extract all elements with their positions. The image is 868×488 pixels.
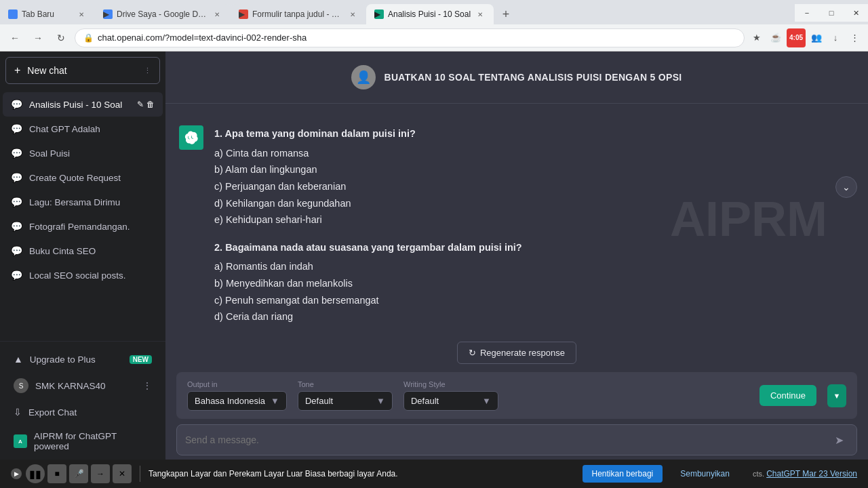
chat-messages: AIPRM 1. Apa tema yang dominan dalam pui… (165, 104, 868, 333)
msg-option-2a: a) Romantis dan indah (214, 258, 854, 275)
chat-header-title: BUATKAN 10 SOAL TENTANG ANALISIS PUISI D… (384, 72, 682, 83)
upgrade-label: Upgrade to Plus (30, 354, 96, 365)
extensions-icon[interactable]: ☕ (768, 30, 784, 46)
browser-chrome: Tab Baru ✕ ▶ Drive Saya - Google Drive ✕… (0, 0, 868, 52)
hide-button[interactable]: Sembunyikan (671, 465, 739, 483)
sidebar-item-export[interactable]: ⇩ Export Chat (5, 400, 160, 424)
send-button[interactable]: ➤ (829, 430, 848, 449)
output-value: Bahasa Indonesia (195, 396, 265, 406)
ai-avatar-1 (179, 125, 203, 150)
address-input[interactable]: 🔒 chat.openai.com/?model=text-davinci-00… (75, 28, 745, 47)
sidebar-item-smk[interactable]: S SMK KARNAS40 ⋮ (5, 371, 160, 400)
regen-row: ↻ Regenerate response (176, 342, 857, 364)
sidebar-item-lagu[interactable]: 💬 Lagu: Bersama Dirimu (3, 190, 163, 214)
tone-value: Default (305, 396, 333, 406)
tab-title-1: Tab Baru (22, 9, 72, 19)
continue-button[interactable]: Continue (760, 385, 816, 406)
chat-icon-chatgpt: 💬 (11, 123, 22, 134)
writing-value: Default (411, 396, 439, 406)
download-icon[interactable]: ↓ (827, 30, 844, 46)
menu-icon[interactable]: ⋮ (846, 30, 863, 46)
regenerate-button[interactable]: ↻ Regenerate response (457, 342, 576, 364)
thumbsup-button[interactable]: 👍 (812, 125, 831, 144)
regen-label: Regenerate response (480, 348, 565, 358)
tone-label: Tone (298, 380, 393, 388)
sidebar-item-upgrade[interactable]: ▲ Upgrade to Plus NEW (5, 347, 160, 371)
address-bar-row: ← → ↻ 🔒 chat.openai.com/?model=text-davi… (0, 24, 868, 52)
notif-extra-text: cts. (753, 470, 764, 478)
writing-select[interactable]: Default ▼ (403, 391, 498, 411)
sidebar-item-label-quote: Create Quote Request (29, 173, 121, 183)
tab-close-1[interactable]: ✕ (76, 9, 87, 20)
extension-aiprm[interactable]: 4:05 (787, 28, 806, 47)
record-indicator: ▶ (11, 468, 22, 479)
minimize-button[interactable]: − (795, 4, 819, 22)
tab-close-4[interactable]: ✕ (475, 9, 486, 20)
new-chat-label: New chat (27, 65, 66, 76)
browser-tab-1[interactable]: Tab Baru ✕ (0, 4, 95, 24)
copy-button[interactable]: 📋 (789, 125, 808, 144)
tab-icon-1 (8, 9, 18, 19)
chat-input[interactable] (185, 434, 829, 445)
browser-tab-3[interactable]: ▶ Formulir tanpa judul - Google Fo... ✕ (231, 4, 366, 24)
tab-icon-3: ▶ (239, 9, 248, 19)
notif-stop-button[interactable]: ■ (47, 464, 66, 483)
msg-num-1: 1. (214, 128, 225, 139)
sidebar-item-chatgpt[interactable]: 💬 Chat GPT Adalah (3, 117, 163, 141)
output-select[interactable]: Bahasa Indonesia ▼ (187, 391, 287, 411)
sidebar-item-label-foto: Fotografi Pemandangan. (29, 222, 130, 232)
message-row-1: 1. Apa tema yang dominan dalam puisi ini… (165, 115, 868, 333)
account-icon[interactable]: 👥 (808, 30, 825, 46)
new-chat-button[interactable]: + New chat ⋮ (5, 57, 160, 84)
user-avatar: 👤 (351, 65, 376, 89)
tone-select[interactable]: Default ▼ (298, 391, 393, 411)
msg-q-text-2: Bagaimana nada atau suasana yang tergamb… (225, 242, 522, 253)
sidebar-item-analisis[interactable]: 💬 Analisis Puisi - 10 Soal ✎ 🗑 (3, 92, 163, 117)
msg-option-2c: c) Penuh semangat dan bersemangat (214, 292, 854, 309)
stop-sharing-button[interactable]: Hentikan berbagi (583, 465, 663, 483)
notif-mic-button[interactable]: 🎤 (69, 464, 88, 483)
user-icon-smk: S (14, 378, 28, 393)
writing-label: Writing Style (403, 380, 498, 388)
sidebar-item-buku[interactable]: 💬 Buku Cinta SEO (3, 239, 163, 263)
notif-pause-button[interactable]: ▮▮ (26, 464, 45, 483)
browser-tab-4[interactable]: ▶ Analisis Puisi - 10 Soal ✕ (366, 4, 494, 24)
sidebar-nav: 💬 Analisis Puisi - 10 Soal ✎ 🗑 💬 Chat GP… (0, 89, 165, 341)
chat-header: 👤 BUATKAN 10 SOAL TENTANG ANALISIS PUISI… (165, 52, 868, 104)
chat-icon-soal: 💬 (11, 148, 22, 159)
notif-arrow-button[interactable]: → (91, 464, 110, 483)
chatgpt-version-link[interactable]: ChatGPT Mar 23 Version (766, 469, 857, 479)
edit-icon-analisis[interactable]: ✎ (137, 100, 144, 109)
msg-content-1: 1. Apa tema yang dominan dalam puisi ini… (214, 125, 854, 325)
sidebar-bottom: ▲ Upgrade to Plus NEW S SMK KARNAS40 ⋮ ⇩… (0, 341, 165, 464)
forward-button[interactable]: → (28, 28, 47, 47)
sidebar-item-seo[interactable]: 💬 Local SEO social posts. (3, 263, 163, 287)
export-icon: ⇩ (14, 407, 22, 418)
tab-close-2[interactable]: ✕ (212, 9, 222, 20)
thumbsdown-button[interactable]: 👎 (835, 125, 854, 144)
notif-controls: ▮▮ ■ 🎤 → ✕ (26, 464, 132, 483)
new-tab-button[interactable]: + (496, 5, 515, 24)
scroll-down-button[interactable]: ⌄ (835, 176, 857, 198)
tab-close-3[interactable]: ✕ (347, 9, 358, 20)
notif-close-button[interactable]: ✕ (113, 464, 132, 483)
refresh-button[interactable]: ↻ (52, 28, 71, 47)
chat-icon-seo: 💬 (11, 270, 22, 281)
bookmark-icon[interactable]: ★ (749, 30, 765, 46)
close-button[interactable]: ✕ (844, 4, 868, 22)
sidebar-item-foto[interactable]: 💬 Fotografi Pemandangan. (3, 214, 163, 239)
regen-icon: ↻ (469, 348, 476, 358)
aiprm-logo-icon: A (14, 434, 27, 448)
sidebar-item-quote[interactable]: 💬 Create Quote Request (3, 165, 163, 190)
sidebar-item-soal[interactable]: 💬 Soal Puisi (3, 141, 163, 165)
continue-dropdown-button[interactable]: ▼ (827, 384, 846, 407)
sidebar: + New chat ⋮ 💬 Analisis Puisi - 10 Soal … (0, 52, 165, 464)
browser-tab-2[interactable]: ▶ Drive Saya - Google Drive ✕ (95, 4, 231, 24)
address-right-controls: ★ ☕ 4:05 👥 ↓ ⋮ (749, 28, 863, 47)
smk-menu-icon[interactable]: ⋮ (142, 380, 152, 391)
maximize-button[interactable]: □ (819, 4, 844, 22)
msg-question-2: 2. Bagaimana nada atau suasana yang terg… (214, 239, 854, 256)
delete-icon-analisis[interactable]: 🗑 (146, 100, 155, 109)
back-button[interactable]: ← (5, 28, 24, 47)
sidebar-item-aiprm[interactable]: A AIPRM for ChatGPT powered (5, 424, 160, 458)
